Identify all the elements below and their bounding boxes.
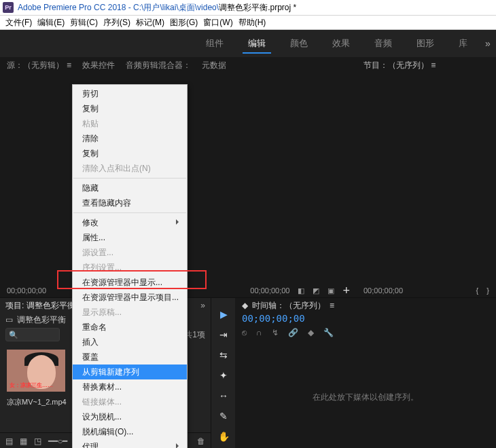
razor-tool-icon[interactable]: ✦: [219, 370, 228, 381]
menu-item[interactable]: 插入: [73, 335, 187, 350]
tl-icon-3[interactable]: ↯: [272, 328, 279, 341]
menu-item[interactable]: 修改: [73, 215, 187, 230]
brace-right-icon[interactable]: }: [484, 286, 489, 295]
app-workspace: 组件 编辑 颜色 效果 音频 图形 库 » 源：（无剪辑）≡ 效果控件 音频剪辑…: [0, 30, 496, 448]
camera-icon[interactable]: ▣: [327, 286, 334, 295]
tl-icon-1[interactable]: ⎋: [242, 328, 247, 341]
menu-item[interactable]: 复制: [73, 101, 187, 116]
program-tab[interactable]: 节目：（无序列） ≡: [364, 60, 436, 71]
menu-separator: [73, 212, 186, 213]
marker-icon[interactable]: ◆: [242, 301, 248, 310]
search-input[interactable]: 🔍: [5, 328, 60, 341]
marker-add-icon[interactable]: ◆: [308, 328, 314, 341]
menu-item[interactable]: 脱机编辑(O)...: [73, 424, 187, 439]
tools-panel: ▶ ⇥ ⇆ ✦ ↔ ✎ ✋ T: [211, 297, 236, 448]
source-tc-right: 00;00;00;00: [250, 286, 289, 295]
menu-help[interactable]: 帮助(H): [237, 17, 268, 29]
menu-item[interactable]: 属性...: [73, 230, 187, 245]
timeline-panel: ◆ 时间轴：（无序列） ≡ 00;00;00;00 ⎋ ∩ ↯ 🔗 ◆ 🔧 在此…: [235, 297, 496, 448]
menu-item[interactable]: 在资源管理器中显示...: [73, 275, 187, 290]
menu-item[interactable]: 代理: [73, 439, 187, 448]
panel-menu-icon[interactable]: ≡: [429, 60, 436, 70]
title-sep: -: [126, 3, 133, 12]
menu-item: 序列设置...: [73, 260, 187, 275]
marker-icon[interactable]: ◧: [298, 286, 304, 295]
ripple-edit-tool-icon[interactable]: ⇆: [219, 350, 228, 360]
zoom-slider[interactable]: ━━○━: [48, 436, 67, 446]
menu-item[interactable]: 覆盖: [73, 350, 187, 365]
metadata-tab[interactable]: 元数据: [202, 60, 226, 71]
menu-item: 显示原稿...: [73, 305, 187, 320]
link-icon[interactable]: 🔗: [288, 328, 298, 341]
ws-tab-libraries[interactable]: 库: [446, 37, 480, 50]
add-button-icon[interactable]: +: [342, 284, 350, 298]
menu-marker[interactable]: 标记(M): [135, 17, 166, 29]
freeform-view-icon[interactable]: ◳: [34, 436, 41, 446]
menu-edit[interactable]: 编辑(E): [36, 17, 66, 29]
menu-clip[interactable]: 剪辑(C): [69, 17, 99, 29]
snap-icon[interactable]: ∩: [256, 328, 262, 341]
menu-item[interactable]: 复制: [73, 146, 187, 161]
menu-graphics[interactable]: 图形(G): [169, 17, 199, 29]
track-select-tool-icon[interactable]: ⇥: [219, 329, 228, 340]
pen-tool-icon[interactable]: ✎: [219, 411, 228, 422]
menu-item[interactable]: 设为脱机...: [73, 409, 187, 424]
project-tab[interactable]: 项目: 调整色彩平衡 ≡: [5, 300, 82, 312]
source-tab[interactable]: 源：（无剪辑）≡: [7, 60, 71, 71]
ws-tab-assembly[interactable]: 组件: [194, 37, 236, 50]
menu-item[interactable]: 替换素材...: [73, 379, 187, 394]
title-app: Adobe Premiere Pro CC 2018: [18, 3, 126, 12]
menu-item: 链接媒体...: [73, 394, 187, 409]
menu-item[interactable]: 重命名: [73, 320, 187, 335]
audio-clip-mixer-tab[interactable]: 音频剪辑混合器：: [126, 60, 191, 71]
list-view-icon[interactable]: ▤: [5, 436, 13, 446]
clip-label: 凉凉MV~1_2.mp4: [7, 397, 68, 407]
selection-tool-icon[interactable]: ▶: [220, 309, 228, 320]
menu-item[interactable]: 剪切: [73, 86, 187, 101]
thumbnail-image: 女：凉凉三生……: [7, 350, 65, 392]
ws-more-icon[interactable]: »: [480, 38, 496, 49]
menu-item[interactable]: 在资源管理器中显示项目...: [73, 290, 187, 305]
source-tab-label: 源：（无剪辑）: [7, 60, 64, 70]
panel-overflow-icon[interactable]: »: [200, 301, 205, 310]
wrench-icon[interactable]: 🔧: [323, 328, 334, 341]
menu-item[interactable]: 查看隐藏内容: [73, 195, 187, 210]
menu-item[interactable]: 隐藏: [73, 181, 187, 195]
timeline-tabstrip: ◆ 时间轴：（无序列） ≡: [235, 298, 496, 313]
menu-sequence[interactable]: 序列(S): [102, 17, 132, 29]
menubar[interactable]: 文件(F) 编辑(E) 剪辑(C) 序列(S) 标记(M) 图形(G) 窗口(W…: [0, 16, 496, 30]
workspace-tabstrip: 组件 编辑 颜色 效果 音频 图形 库 »: [0, 34, 496, 53]
menu-item[interactable]: 从剪辑新建序列: [73, 365, 187, 379]
menu-item: 源设置...: [73, 245, 187, 260]
brace-left-icon[interactable]: {: [476, 286, 480, 295]
ws-tab-color[interactable]: 颜色: [278, 37, 320, 50]
project-tab-label: 项目: 调整色彩平衡: [5, 301, 75, 310]
program-tabstrip: 节目：（无序列） ≡: [357, 57, 496, 73]
menu-file[interactable]: 文件(F): [4, 17, 33, 29]
program-monitor: [357, 73, 496, 284]
timeline-timecode[interactable]: 00;00;00;00: [235, 313, 496, 328]
ws-tab-audio[interactable]: 音频: [362, 37, 404, 50]
timeline-drop-hint: 在此处放下媒体以创建序列。: [235, 346, 496, 448]
trash-icon[interactable]: 🗑: [197, 436, 205, 446]
panel-menu-icon[interactable]: ≡: [67, 60, 71, 70]
program-tab-label: 节目：（无序列）: [364, 60, 429, 70]
icon-view-icon[interactable]: ▦: [20, 436, 27, 446]
menu-item[interactable]: 清除: [73, 131, 187, 146]
clip-thumbnail[interactable]: 女：凉凉三生…… 凉凉MV~1_2.mp4: [7, 350, 68, 407]
export-frame-icon[interactable]: ◩: [313, 286, 319, 295]
ws-tab-editing[interactable]: 编辑: [236, 37, 278, 50]
hand-tool-icon[interactable]: ✋: [218, 431, 230, 442]
slip-tool-icon[interactable]: ↔: [219, 390, 228, 401]
menu-separator: [73, 178, 186, 179]
effect-controls-tab[interactable]: 效果控件: [82, 60, 115, 71]
app-icon: Pr: [3, 2, 14, 13]
menu-item: 粘贴: [73, 116, 187, 131]
title-path-file: 调整色彩平衡.prproj *: [219, 3, 296, 12]
timeline-tab-label[interactable]: 时间轴：（无序列）: [252, 300, 325, 312]
context-menu[interactable]: 剪切复制粘贴清除复制清除入点和出点(N)隐藏查看隐藏内容修改属性...源设置..…: [72, 84, 188, 448]
panel-menu-icon[interactable]: ≡: [330, 301, 334, 310]
menu-window[interactable]: 窗口(W): [202, 17, 234, 29]
ws-tab-graphics[interactable]: 图形: [404, 37, 446, 50]
ws-tab-effects[interactable]: 效果: [320, 37, 362, 50]
